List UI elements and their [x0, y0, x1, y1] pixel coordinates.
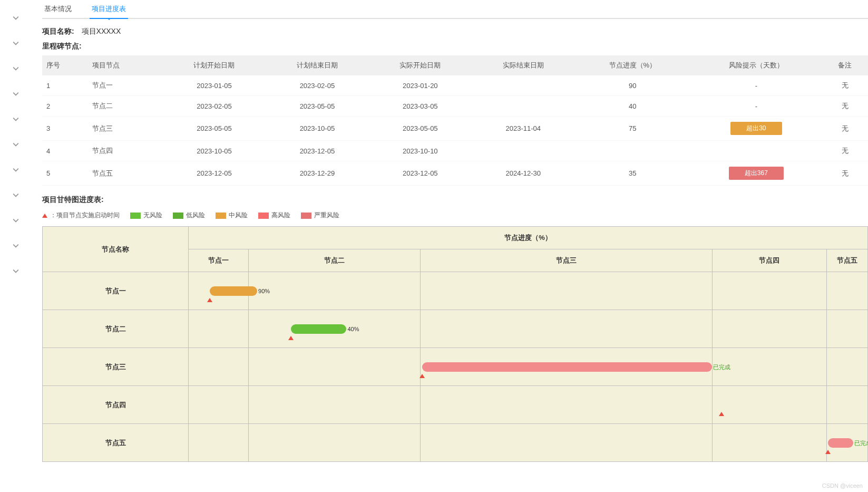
table-cell: 2024-12-30: [472, 161, 574, 186]
chevron-down-icon[interactable]: [0, 132, 32, 157]
legend-item: 无风险: [130, 211, 162, 220]
gantt-cell: [249, 348, 420, 386]
table-row: 4节点四2023-10-052023-12-052023-10-10无: [42, 141, 868, 161]
project-name-value: 项目XXXXX: [82, 27, 121, 35]
gantt-row: 节点四: [43, 386, 868, 424]
gantt-col-header: 节点五: [826, 249, 867, 272]
gantt-cell: [826, 386, 867, 424]
chevron-down-icon[interactable]: [0, 182, 32, 208]
table-cell: [472, 141, 574, 161]
table-cell: 2023-02-05: [266, 75, 368, 96]
table-cell: -: [690, 96, 822, 117]
gantt-cell: [420, 424, 712, 462]
legend-label: 中风险: [229, 211, 248, 220]
gantt-row-label: 节点四: [43, 386, 189, 424]
legend-label: 高风险: [271, 211, 290, 220]
table-cell: 无: [822, 117, 868, 141]
table-cell: 2023-12-05: [163, 161, 266, 186]
triangle-marker-icon: [420, 374, 425, 378]
gantt-cell: [249, 424, 420, 462]
table-cell: 1: [42, 75, 88, 96]
chevron-down-icon[interactable]: [0, 208, 32, 233]
gantt-col-header: 节点四: [712, 249, 826, 272]
table-header: 序号: [42, 55, 88, 75]
chevron-down-icon[interactable]: [0, 107, 32, 132]
legend-label: 严重风险: [314, 211, 339, 220]
milestone-table: 序号项目节点计划开始日期计划结束日期实际开始日期实际结束日期节点进度（%）风险提…: [42, 55, 868, 186]
gantt-cell: [420, 310, 712, 348]
chevron-down-icon[interactable]: [0, 5, 32, 31]
table-header: 实际开始日期: [369, 55, 472, 75]
table-cell: 35: [575, 161, 691, 186]
milestone-section-title: 里程碑节点:: [42, 42, 868, 51]
table-cell: 2023-10-05: [163, 141, 266, 161]
table-cell: [690, 141, 822, 161]
tab-bar: 基本情况项目进度表: [42, 0, 868, 19]
triangle-marker-icon: [825, 450, 831, 454]
table-header: 节点进度（%）: [575, 55, 691, 75]
gantt-row: 节点一90%: [43, 272, 868, 310]
gantt-row-label: 节点五: [43, 424, 189, 462]
table-cell: 2023-05-05: [369, 117, 472, 141]
tab-1[interactable]: 项目进度表: [90, 0, 128, 18]
legend-label: 低风险: [186, 211, 205, 220]
gantt-row-label: 节点一: [43, 272, 189, 310]
legend-triangle: ：项目节点实施启动时间: [42, 211, 120, 220]
table-header: 计划结束日期: [266, 55, 368, 75]
table-cell: [472, 75, 574, 96]
chevron-down-icon[interactable]: [0, 56, 32, 81]
table-header: 项目节点: [88, 55, 162, 75]
table-header: 风险提示（天数）: [690, 55, 822, 75]
gantt-row-header: 节点名称: [43, 227, 189, 272]
table-cell: 节点三: [88, 117, 162, 141]
table-cell: 2023-11-04: [472, 117, 574, 141]
chevron-down-icon[interactable]: [0, 157, 32, 182]
table-cell: 5: [42, 161, 88, 186]
table-cell: -: [690, 75, 822, 96]
sidebar: [0, 0, 32, 472]
main-content: 基本情况项目进度表 项目名称: 项目XXXXX 里程碑节点: 序号项目节点计划开…: [32, 0, 868, 472]
gantt-cell: [826, 348, 867, 386]
chevron-down-icon[interactable]: [0, 258, 32, 284]
legend-swatch: [301, 213, 311, 219]
table-cell: 40: [575, 96, 691, 117]
table-cell: 节点一: [88, 75, 162, 96]
gantt-row: 节点三已完成: [43, 348, 868, 386]
gantt-cell: [189, 310, 249, 348]
gantt-row: 节点二40%: [43, 310, 868, 348]
table-header: 计划开始日期: [163, 55, 266, 75]
table-cell: 2023-10-05: [266, 117, 368, 141]
risk-badge: 超出30: [730, 122, 782, 135]
table-cell: 超出30: [690, 117, 822, 141]
table-cell: 节点五: [88, 161, 162, 186]
table-cell: 4: [42, 141, 88, 161]
table-cell: 2: [42, 96, 88, 117]
legend-item: 低风险: [173, 211, 205, 220]
tab-0[interactable]: 基本情况: [42, 0, 74, 18]
table-cell: 2023-12-05: [369, 161, 472, 186]
chevron-down-icon[interactable]: [0, 31, 32, 56]
table-cell: 2023-05-05: [163, 117, 266, 141]
table-cell: 2023-02-05: [163, 96, 266, 117]
legend-swatch: [173, 213, 183, 219]
table-row: 3节点三2023-05-052023-10-052023-05-052023-1…: [42, 117, 868, 141]
chevron-down-icon[interactable]: [0, 233, 32, 258]
legend-item: 高风险: [258, 211, 290, 220]
table-cell: 2023-03-05: [369, 96, 472, 117]
gantt-cell: [712, 348, 826, 386]
chevron-down-icon[interactable]: [0, 81, 32, 107]
legend-item: 严重风险: [301, 211, 339, 220]
legend-label: 无风险: [143, 211, 162, 220]
gantt-chart: 节点名称节点进度（%）节点一节点二节点三节点四节点五节点一90%节点二40%节点…: [42, 226, 868, 462]
table-cell: 2023-01-20: [369, 75, 472, 96]
gantt-cell: 已完成: [420, 348, 712, 386]
gantt-cell: [189, 386, 249, 424]
table-cell: 90: [575, 75, 691, 96]
legend-swatch: [258, 213, 269, 219]
gantt-col-header: 节点一: [189, 249, 249, 272]
risk-badge: 超出367: [729, 167, 784, 180]
gantt-cell: [712, 386, 826, 424]
table-cell: 无: [822, 141, 868, 161]
gantt-cell: [249, 386, 420, 424]
table-cell: 2023-01-05: [163, 75, 266, 96]
